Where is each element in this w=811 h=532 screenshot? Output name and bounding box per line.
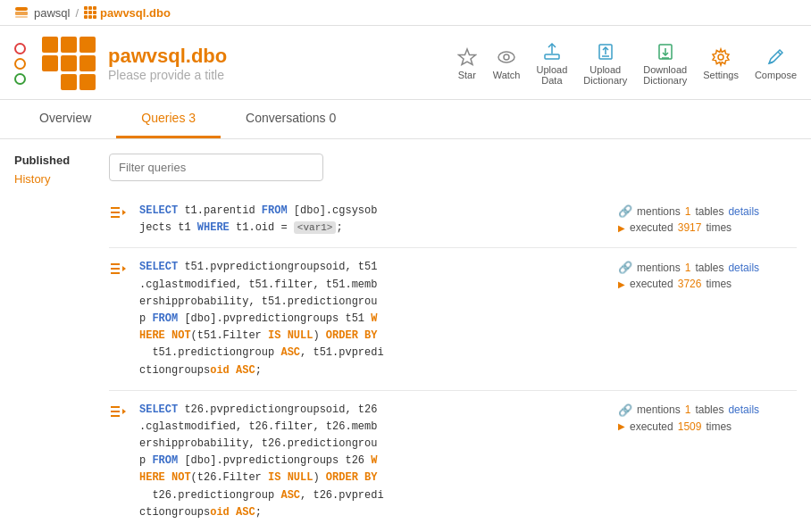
logo-cell bbox=[61, 74, 77, 90]
query-code: SELECT t1.parentid FROM [dbo].cgsysobjec… bbox=[139, 203, 607, 237]
top-nav: pawsql / pawvsql.dbo bbox=[0, 0, 811, 26]
query-item: SELECT t51.pvpredictiongroupsoid, t51.cg… bbox=[109, 248, 797, 390]
page-subtitle: Please provide a title bbox=[108, 68, 227, 82]
executed-row: ▶ executed 1509 times bbox=[618, 420, 732, 433]
header-left: pawvsql.dbo Please provide a title bbox=[14, 37, 227, 90]
settings-icon bbox=[711, 47, 731, 67]
list-icon bbox=[109, 403, 127, 420]
query-meta: 🔗 mentions 1 tables details ▶ executed 1… bbox=[618, 403, 797, 433]
svg-line-21 bbox=[778, 52, 781, 54]
page-header: pawvsql.dbo Please provide a title Star … bbox=[0, 26, 811, 100]
query-menu-icon[interactable] bbox=[109, 403, 129, 423]
header-actions: Star Watch Upload Data bbox=[457, 42, 797, 86]
svg-rect-2 bbox=[15, 16, 28, 18]
db-breadcrumb-link[interactable]: pawvsql.dbo bbox=[84, 6, 171, 20]
tab-queries[interactable]: Queries 3 bbox=[116, 100, 221, 138]
db-home-icon bbox=[14, 5, 29, 20]
content-area: Published History SELECT t1.parentid FRO… bbox=[0, 139, 811, 532]
logo-grid bbox=[42, 37, 96, 90]
executed-row: ▶ executed 3917 times bbox=[618, 221, 732, 234]
status-dot-red bbox=[14, 43, 26, 54]
logo-cell bbox=[61, 37, 77, 53]
link-icon: 🔗 bbox=[618, 403, 632, 417]
logo-cell bbox=[79, 74, 96, 90]
svg-line-22 bbox=[769, 62, 773, 63]
header-titles: pawvsql.dbo Please provide a title bbox=[108, 45, 227, 82]
play-icon: ▶ bbox=[618, 223, 625, 233]
tab-overview[interactable]: Overview bbox=[14, 100, 116, 138]
svg-rect-0 bbox=[15, 7, 28, 11]
star-button[interactable]: Star bbox=[457, 47, 477, 80]
query-code: SELECT t51.pvpredictiongroupsoid, t51.cg… bbox=[139, 259, 607, 378]
star-icon bbox=[457, 47, 477, 67]
details-link[interactable]: details bbox=[728, 205, 759, 218]
compose-button[interactable]: Compose bbox=[755, 47, 797, 80]
play-icon: ▶ bbox=[618, 279, 625, 289]
upload-data-icon bbox=[542, 42, 562, 62]
mentions-row: 🔗 mentions 1 tables details bbox=[618, 403, 759, 417]
query-meta: 🔗 mentions 1 tables details ▶ executed 3… bbox=[618, 204, 797, 234]
query-body: SELECT t51.pvpredictiongroupsoid, t51.cg… bbox=[139, 259, 607, 378]
breadcrumb: pawsql / pawvsql.dbo bbox=[14, 5, 171, 20]
status-dot-green bbox=[14, 73, 26, 85]
eye-icon bbox=[497, 47, 516, 67]
link-icon: 🔗 bbox=[618, 261, 632, 274]
svg-rect-11 bbox=[93, 15, 96, 19]
settings-button[interactable]: Settings bbox=[703, 47, 739, 80]
logo-cell bbox=[42, 37, 58, 53]
page-title: pawvsql.dbo bbox=[108, 45, 227, 68]
compose-icon bbox=[765, 47, 785, 67]
svg-rect-3 bbox=[84, 6, 88, 10]
svg-rect-1 bbox=[15, 12, 28, 15]
svg-marker-26 bbox=[122, 210, 126, 215]
query-body: SELECT t26.pvpredictiongroupsoid, t26.cg… bbox=[139, 402, 607, 521]
details-link[interactable]: details bbox=[728, 262, 759, 274]
details-link[interactable]: details bbox=[728, 403, 759, 416]
logo-cell bbox=[42, 55, 58, 71]
sidebar-item-history[interactable]: History bbox=[14, 172, 95, 186]
download-dictionary-button[interactable]: Download Dictionary bbox=[643, 42, 687, 86]
watch-button[interactable]: Watch bbox=[493, 47, 521, 80]
query-item: SELECT t1.parentid FROM [dbo].cgsysobjec… bbox=[109, 192, 797, 248]
upload-data-label: Upload Data bbox=[536, 64, 567, 86]
upload-dict-label: Upload Dictionary bbox=[583, 64, 627, 86]
svg-rect-6 bbox=[84, 11, 88, 14]
tab-bar: Overview Queries 3 Conversations 0 bbox=[0, 100, 811, 139]
sidebar-item-published[interactable]: Published bbox=[14, 154, 95, 167]
list-icon bbox=[109, 204, 127, 220]
svg-marker-12 bbox=[458, 49, 475, 65]
query-menu-icon[interactable] bbox=[109, 204, 129, 224]
query-menu-icon[interactable] bbox=[109, 261, 129, 280]
svg-point-14 bbox=[504, 54, 509, 60]
upload-dictionary-button[interactable]: Upload Dictionary bbox=[583, 42, 627, 86]
main-content: SELECT t1.parentid FROM [dbo].cgsysobjec… bbox=[109, 154, 797, 532]
svg-rect-5 bbox=[93, 6, 96, 10]
mentions-row: 🔗 mentions 1 tables details bbox=[618, 204, 759, 218]
query-meta: 🔗 mentions 1 tables details ▶ executed 3… bbox=[618, 261, 797, 290]
svg-rect-15 bbox=[545, 54, 559, 59]
svg-rect-4 bbox=[88, 6, 92, 10]
query-body: SELECT t1.parentid FROM [dbo].cgsysobjec… bbox=[139, 203, 607, 237]
svg-rect-10 bbox=[88, 15, 92, 19]
svg-rect-9 bbox=[84, 15, 88, 19]
svg-marker-30 bbox=[122, 266, 126, 271]
upload-dict-icon bbox=[596, 42, 615, 62]
mentions-row: 🔗 mentions 1 tables details bbox=[618, 261, 759, 274]
tab-conversations[interactable]: Conversations 0 bbox=[221, 100, 361, 138]
svg-rect-8 bbox=[93, 11, 96, 14]
status-dot-orange bbox=[14, 58, 26, 70]
query-item: SELECT t26.pvpredictiongroupsoid, t26.cg… bbox=[109, 391, 797, 532]
grid-icon bbox=[84, 6, 96, 19]
status-dots bbox=[14, 43, 26, 85]
home-link[interactable]: pawsql bbox=[34, 6, 70, 20]
download-dict-icon bbox=[656, 42, 675, 62]
filter-queries-input[interactable] bbox=[109, 154, 323, 181]
logo-cell bbox=[61, 55, 77, 71]
breadcrumb-sep: / bbox=[75, 6, 79, 20]
executed-row: ▶ executed 3726 times bbox=[618, 278, 732, 290]
svg-marker-34 bbox=[122, 409, 126, 414]
link-icon: 🔗 bbox=[618, 204, 632, 218]
upload-data-button[interactable]: Upload Data bbox=[536, 42, 567, 86]
list-icon bbox=[109, 261, 127, 277]
svg-rect-7 bbox=[88, 11, 92, 14]
